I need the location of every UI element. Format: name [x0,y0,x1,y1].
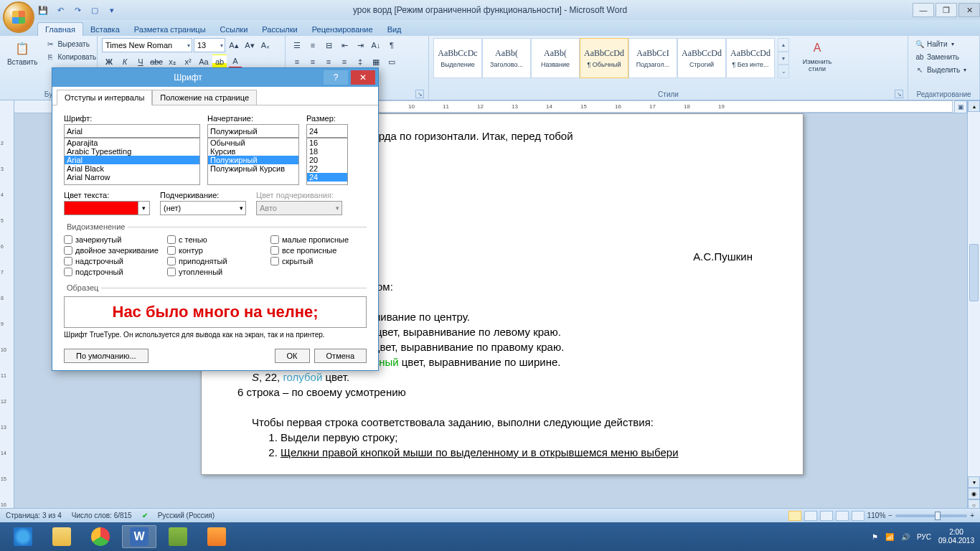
effect-checkbox[interactable]: подстрочный [64,268,160,276]
list-item[interactable]: Полужирный Курсив [208,164,298,173]
copy-button[interactable]: ⎘Копировать [43,51,98,62]
zoom-slider[interactable] [895,514,967,517]
show-marks-icon[interactable]: ¶ [385,38,399,52]
effect-checkbox[interactable]: с тенью [167,235,263,244]
effect-checkbox[interactable]: утопленный [167,268,263,276]
style-item[interactable]: AaBbCcIПодзагол... [628,38,677,78]
style-item[interactable]: AaBb(Название [531,38,580,78]
list-item[interactable]: Arial Narrow [65,173,199,182]
dialog-tab-position[interactable]: Положение на странице [152,90,257,105]
list-item[interactable]: Aparajita [65,138,199,147]
size-input[interactable] [306,124,348,138]
tray-sound-icon[interactable]: 🔊 [901,533,910,541]
tab-page-layout[interactable]: Разметка страницы [127,23,213,36]
tray-clock[interactable]: 2:00 09.04.2013 [938,528,974,545]
view-fullscreen-icon[interactable] [804,511,817,521]
list-item[interactable]: Arabic Typesetting [65,147,199,156]
view-print-layout-icon[interactable] [788,511,801,521]
redo-icon[interactable]: ↷ [70,3,85,17]
shading-icon[interactable]: ▦ [369,55,383,69]
default-button[interactable]: По умолчанию... [64,349,149,363]
font-name-combo[interactable]: Times New Roman [102,38,192,52]
list-item[interactable]: 24 [307,173,347,182]
tray-lang[interactable]: РУС [917,533,931,541]
list-item[interactable]: Полужирный [208,156,298,164]
font-size-combo[interactable]: 13 [194,38,225,52]
tab-review[interactable]: Рецензирование [305,23,380,36]
view-draft-icon[interactable] [852,511,864,521]
highlight-icon[interactable]: ab [212,55,227,69]
zoom-out-icon[interactable]: − [888,512,892,519]
underline-combo[interactable]: (нет) [160,201,246,215]
list-item[interactable]: 20 [307,156,347,164]
proofing-icon[interactable]: ✔ [142,512,148,519]
paragraph-launcher-icon[interactable]: ↘ [415,90,424,98]
dialog-help-icon[interactable]: ? [324,70,348,85]
select-button[interactable]: ↖Выделить▾ [913,64,975,75]
paste-button[interactable]: 📋 Вставить [4,38,40,67]
replace-button[interactable]: abЗаменить [913,51,975,62]
styles-launcher-icon[interactable]: ↘ [895,90,903,98]
style-item[interactable]: AaBb(Заголово... [482,38,531,78]
tab-home[interactable]: Главная [37,22,83,36]
effect-checkbox[interactable]: все прописные [270,246,367,255]
tab-view[interactable]: Вид [380,23,409,36]
font-input[interactable] [64,124,200,138]
dialog-titlebar[interactable]: Шрифт ? ✕ [52,68,378,87]
tab-insert[interactable]: Вставка [83,23,127,36]
font-color-icon[interactable]: A [228,55,242,69]
styles-more-icon[interactable]: ⌄ [778,65,789,78]
media-icon[interactable] [199,525,234,548]
scroll-down-icon[interactable]: ▾ [968,476,980,488]
style-list[interactable]: ОбычныйКурсивПолужирныйПолужирный Курсив [207,138,299,185]
list-item[interactable]: Arial Black [65,164,199,173]
underline-icon[interactable]: Ч [133,55,148,69]
cut-button[interactable]: ✂Вырезать [43,38,98,50]
dialog-close-icon[interactable]: ✕ [351,70,375,85]
prev-page-icon[interactable]: ◉ [968,488,980,499]
effect-checkbox[interactable]: скрытый [270,257,367,265]
list-item[interactable]: Обычный [208,138,298,147]
ie-icon[interactable] [6,525,40,548]
list-item[interactable]: 16 [307,138,347,147]
tray-network-icon[interactable]: 📶 [885,533,894,541]
scroll-up-icon[interactable]: ▴ [968,100,980,112]
dec-indent-icon[interactable]: ⇤ [337,38,352,52]
align-left-icon[interactable]: ≡ [290,55,304,69]
list-item[interactable]: 22 [307,164,347,173]
chrome-icon[interactable] [83,525,118,548]
effect-checkbox[interactable]: приподнятый [167,257,263,265]
style-input[interactable] [207,124,299,138]
zoom-knob[interactable] [935,512,941,520]
styles-up-icon[interactable]: ▴ [778,38,789,52]
qat-more-icon[interactable]: ▾ [105,3,119,17]
scroll-thumb[interactable] [969,244,979,301]
list-item[interactable]: Arial [65,156,199,164]
size-list[interactable]: 1618202224 [306,138,348,185]
justify-icon[interactable]: ≡ [337,55,352,69]
cancel-button[interactable]: Отмена [314,349,367,363]
strike-icon[interactable]: abc [149,55,164,69]
sort-icon[interactable]: A↓ [369,38,383,52]
color-picker[interactable]: ▾ [64,201,150,215]
status-words[interactable]: Число слов: 6/815 [72,512,132,519]
ok-button[interactable]: ОК [275,349,310,363]
shrink-font-icon[interactable]: A▾ [242,38,257,52]
inc-indent-icon[interactable]: ⇥ [353,38,367,52]
bold-icon[interactable]: Ж [102,55,116,69]
zoom-pct[interactable]: 110% [867,512,886,519]
save-icon[interactable]: 💾 [36,3,50,17]
view-outline-icon[interactable] [836,511,849,521]
tab-mailings[interactable]: Рассылки [255,23,304,36]
align-right-icon[interactable]: ≡ [321,55,336,69]
effect-checkbox[interactable]: контур [167,246,263,255]
zoom-in-icon[interactable]: + [970,512,974,519]
bullets-icon[interactable]: ☰ [290,38,304,52]
style-item[interactable]: AaBbCcDdСтрогий [677,38,726,78]
new-doc-icon[interactable]: ▢ [88,3,102,17]
effect-checkbox[interactable]: надстрочный [64,257,160,265]
clear-format-icon[interactable]: Aₓ [258,38,273,52]
borders-icon[interactable]: ▭ [385,55,399,69]
minimize-button[interactable]: — [913,3,934,17]
list-item[interactable]: Курсив [208,147,298,156]
